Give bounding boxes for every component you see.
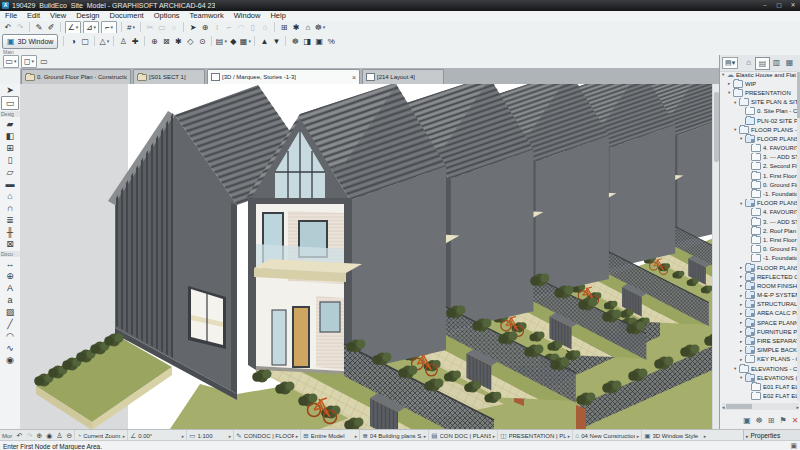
level-dimension-tool[interactable]: ⊕ <box>2 270 18 282</box>
tab-4[interactable]: [214 Layout 4] <box>362 69 444 84</box>
pick-up-parameters-button[interactable]: ✎ <box>33 22 45 33</box>
beam-tool[interactable]: ▱ <box>2 166 18 178</box>
minimize-button[interactable]: – <box>758 0 772 11</box>
text-tool[interactable]: A <box>2 282 18 294</box>
tree-item[interactable]: PLN-02 SITE PLAN (W <box>720 116 797 125</box>
snap-guides-combo[interactable]: ⊿▾ <box>83 21 99 34</box>
rotate-button[interactable]: ⊕ <box>199 22 211 33</box>
scroll-left-icon[interactable]: ◂ <box>722 404 725 410</box>
tree-item[interactable]: E02 FLAT ELEVATIO <box>720 392 797 401</box>
3d-viewport[interactable] <box>20 84 719 429</box>
arc-tool[interactable]: ◠ <box>2 330 18 342</box>
render-settings-button[interactable]: ◨ <box>301 36 313 47</box>
sun-settings-button[interactable]: ✱ <box>172 36 184 47</box>
fill-tool[interactable]: ▨ <box>2 306 18 318</box>
railing-tool[interactable]: ╫ <box>2 226 18 238</box>
navigator-hscrollbar[interactable]: ◂ ▸ <box>722 403 799 410</box>
marquee-style-combo[interactable]: ▭▾ <box>3 55 19 68</box>
layout-book-icon[interactable]: ▥ <box>770 57 783 68</box>
wall-tool[interactable]: ▰ <box>2 118 18 130</box>
column-tool[interactable]: ▯ <box>2 154 18 166</box>
tree-item[interactable]: ▸SPACE PLANNING - Z <box>720 318 797 327</box>
menu-help[interactable]: Help <box>265 11 290 21</box>
undo-button[interactable]: ↶ <box>2 22 14 33</box>
tree-item[interactable]: 1. First Floor Plan - <box>720 235 797 244</box>
marquee-view-button[interactable]: ⊠ <box>160 36 172 47</box>
tree-item[interactable]: 4. FAVOURITES <box>720 144 797 153</box>
tree-item[interactable]: 3. --- ADD STORIES <box>720 217 797 226</box>
zoom-out-button[interactable]: ⊖ <box>64 432 74 440</box>
tree-item[interactable]: 2. Roof Plan - Cons <box>720 226 797 235</box>
slab-tool[interactable]: ▬ <box>2 178 18 190</box>
look-to-button[interactable]: ✚ <box>129 36 141 47</box>
stair-tool[interactable]: ≣ <box>2 214 18 226</box>
tree-item[interactable]: ▸STRUCTURAL PLANS ( <box>720 300 797 309</box>
label-tool[interactable]: a <box>2 294 18 306</box>
navigator-root-item[interactable]: ▾☁Elastic House and Flat <box>720 70 797 79</box>
tree-item[interactable]: ▸ROOM FINISH PLANS <box>720 281 797 290</box>
tab-2[interactable]: [S01 SECT 1] <box>133 69 205 84</box>
magnification-button[interactable]: % <box>325 36 337 47</box>
menu-file[interactable]: File <box>0 11 22 21</box>
tree-item[interactable]: 4. FAVOURITES <box>720 208 797 217</box>
tree-item[interactable]: E01 FLAT ELEVATIO <box>720 382 797 391</box>
tree-item[interactable]: ▾ELEVATIONS - CONSTR <box>720 364 797 373</box>
3d-settings-button[interactable]: ☸ <box>289 36 301 47</box>
marquee-preview-icon[interactable]: ▭ <box>38 56 50 67</box>
menu-options[interactable]: Options <box>149 11 185 21</box>
dimension-tool[interactable]: ↔ <box>2 258 18 270</box>
tree-item[interactable]: 0. Ground Floor Pl <box>720 245 797 254</box>
tab-close-icon[interactable]: × <box>352 74 356 81</box>
tree-item[interactable]: ▸FURNITURE PLAN <box>720 327 797 336</box>
roof-tool[interactable]: ⌂ <box>2 190 18 202</box>
project-map-icon[interactable]: ⌂ <box>742 57 755 68</box>
show-frame-button[interactable]: ▢ <box>79 36 91 47</box>
tree-item[interactable]: ▾FLOOR PLANS - CONST <box>720 125 797 134</box>
tree-item[interactable]: 0. Site Plan - Constru <box>720 107 797 116</box>
line-tool[interactable]: ╱ <box>2 318 18 330</box>
tree-item[interactable]: 1. First Floor Plan - <box>720 171 797 180</box>
project-chooser-button[interactable]: ▤▾ <box>722 57 738 69</box>
view-settings-icon[interactable]: ☸ <box>753 416 765 425</box>
camera-tool[interactable]: ◉ <box>2 354 18 366</box>
tree-item[interactable]: ▸AREA CALC PLANS - 1 <box>720 309 797 318</box>
select-tool[interactable]: ➤ <box>2 84 18 96</box>
layer-settings-button[interactable]: ▤▾ <box>215 36 227 47</box>
marquee-method-combo[interactable]: ◻▾ <box>21 55 37 68</box>
render-button[interactable]: ✱ <box>290 22 302 33</box>
clone-folder-icon[interactable]: ⚑ <box>777 416 789 425</box>
tree-item[interactable]: -1. Foundation Pla <box>720 254 797 263</box>
tab-3[interactable]: [3D / Marquee, Stories -1-3]× <box>207 69 360 84</box>
story-up-button[interactable]: ▲ <box>258 36 270 47</box>
menu-design[interactable]: Design <box>71 11 104 21</box>
tree-item[interactable]: -1. Foundation Pla <box>720 189 797 198</box>
tree-item[interactable]: ▸M-E-P SYSTEMS PLAN <box>720 291 797 300</box>
new-viewpoint-icon[interactable]: ▣ <box>741 416 753 425</box>
publisher-sets-icon[interactable]: ▦ <box>783 57 796 68</box>
menu-view[interactable]: View <box>45 11 71 21</box>
zoom-in-button[interactable]: ⊕ <box>34 432 44 440</box>
door-tool[interactable]: ◧ <box>2 130 18 142</box>
view-map-icon[interactable]: ▤ <box>755 57 770 70</box>
camera-settings-button[interactable]: ⊙ <box>196 36 208 47</box>
delete-icon[interactable]: ✕ <box>789 416 800 425</box>
window-settings-button[interactable]: ▣ <box>313 36 325 47</box>
home-story-button[interactable]: ⌂ <box>302 22 314 33</box>
explode-button[interactable]: ⊞ <box>278 22 290 33</box>
tree-item[interactable]: ▾PRESENTATION <box>720 88 797 97</box>
drag-button[interactable]: ➤ <box>187 22 199 33</box>
close-button[interactable]: ✕ <box>786 0 800 11</box>
tree-item[interactable]: ▸REFLECTED CEILING / <box>720 272 797 281</box>
menu-window[interactable]: Window <box>229 11 266 21</box>
menu-teamwork[interactable]: Teamwork <box>185 11 229 21</box>
snap-points-combo[interactable]: ⌐▾ <box>101 21 117 34</box>
story-down-button[interactable]: ▼ <box>270 36 282 47</box>
tree-item[interactable]: ▾ELEVATIONS (CLONE <box>720 373 797 382</box>
tree-item[interactable]: ▸FIRE SEPARATION PL <box>720 336 797 345</box>
tree-item[interactable]: ▾SITE PLAN & SITE INFO - <box>720 98 797 107</box>
fill-display-button[interactable]: ◑ <box>67 36 79 47</box>
3d-window-button[interactable]: ▣ 3D Window <box>2 34 58 49</box>
explore-button[interactable]: ♙ <box>54 432 64 440</box>
maximize-button[interactable]: ▢ <box>772 0 786 11</box>
guide-lines-combo[interactable]: ∠▾ <box>65 21 81 34</box>
